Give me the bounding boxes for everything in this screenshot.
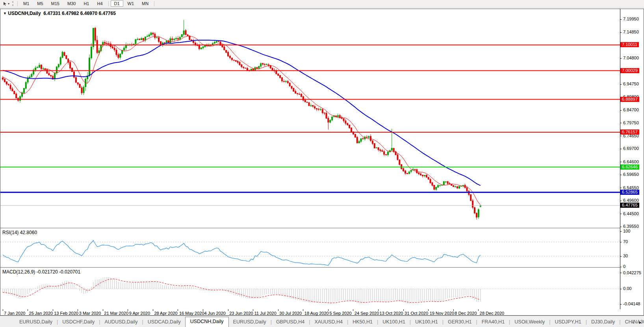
candle-body	[46, 70, 48, 73]
candle-body	[243, 67, 244, 68]
timeframe-button-w1[interactable]: W1	[124, 0, 138, 7]
candle-body	[124, 48, 125, 50]
scroll-right-icon[interactable]: ►	[638, 320, 642, 325]
date-axis[interactable]: 7 Jan 202025 Jan 202013 Feb 20203 Mar 20…	[0, 309, 620, 316]
candle-body	[458, 187, 460, 188]
date-label: 28 Dec 2020	[480, 311, 504, 316]
date-tick	[103, 309, 103, 311]
candle-body	[73, 72, 74, 77]
candle-body	[316, 109, 317, 109]
candle-body	[322, 109, 323, 113]
chart-tab-usdcad-daily[interactable]: USDCAD,Daily	[143, 318, 185, 327]
chart-tab-usoil-weekly[interactable]: USOil,Weekly	[510, 318, 549, 327]
candle-body	[282, 78, 283, 81]
candle-body	[445, 182, 446, 182]
candle-body	[349, 125, 350, 128]
candle-body	[48, 74, 50, 75]
chart-tab-fra40-h1[interactable]: FRA40,H1	[477, 318, 509, 327]
timeframe-button-m5[interactable]: M5	[33, 0, 46, 7]
candle-body	[125, 45, 126, 48]
axis-tick	[620, 289, 622, 289]
price-axis[interactable]: 7.199507.148507.048006.947506.898006.847…	[620, 9, 644, 309]
axis-tick	[620, 242, 622, 242]
candle-body	[451, 184, 452, 186]
timeframe-button-m15[interactable]: M15	[48, 0, 63, 7]
candle-body	[447, 181, 448, 183]
main-chart-canvas[interactable]	[0, 9, 620, 228]
chart-tab-xauusd-h4[interactable]: XAUUSD,H4	[310, 318, 347, 327]
macd-panel-canvas[interactable]	[0, 268, 620, 309]
candle-body	[420, 174, 421, 175]
ohlc-close: 6.47765	[99, 11, 116, 16]
candle-body	[443, 181, 444, 185]
candle-body	[56, 67, 57, 73]
timeframe-button-h4[interactable]: H4	[93, 0, 106, 7]
chart-tab-eurusd-daily[interactable]: EURUSD,Daily	[229, 318, 271, 327]
candle-body	[366, 137, 367, 137]
rsi-panel-canvas[interactable]	[0, 228, 620, 268]
timeframe-button-d1[interactable]: D1	[111, 0, 123, 7]
candle-body	[332, 117, 333, 120]
candle-body	[299, 94, 300, 94]
timeframe-toolbar: ▾ M1M5M15M30H1H4D1W1MN	[0, 0, 644, 7]
chart-tab-uk100-h1[interactable]: UK100,H1	[411, 318, 442, 327]
date-label: 9 Apr 2020	[129, 311, 150, 316]
candle-body	[237, 61, 238, 62]
chart-tab-usdchf-daily[interactable]: USDCHF,Daily	[58, 318, 99, 327]
chart-tab-hk50-h1[interactable]: HK50,H1	[348, 318, 377, 327]
tab-scroll-buttons: ◄ ►	[631, 320, 642, 325]
candle-body	[154, 34, 156, 38]
candle-body	[156, 37, 158, 38]
timeframe-button-mn[interactable]: MN	[138, 0, 152, 7]
collapse-icon[interactable]: ▼	[3, 11, 7, 15]
candle-body	[141, 39, 142, 40]
date-tick	[403, 309, 404, 311]
price-tick-label: 6.64600	[623, 159, 639, 164]
candle-body	[462, 185, 464, 186]
scroll-left-icon[interactable]: ◄	[631, 320, 635, 325]
chart-tab-uk100-h1[interactable]: UK100,H1	[378, 318, 410, 327]
candle-body	[72, 68, 73, 72]
date-label: 24 Sep 2020	[354, 311, 379, 316]
candle-body	[16, 94, 17, 98]
candle-body	[81, 88, 82, 93]
date-tick	[328, 309, 328, 311]
candle-body	[256, 68, 258, 68]
toolbar-divider	[154, 1, 154, 6]
candle-body	[384, 151, 385, 154]
axis-tick	[620, 188, 622, 188]
price-tick-label: 0	[623, 264, 625, 269]
toolbar-divider	[108, 1, 109, 6]
candle-body	[401, 164, 402, 169]
candle-body	[83, 87, 84, 93]
chart-tab-ger30-h1[interactable]: GER30,H1	[444, 318, 476, 327]
timeframe-button-m1[interactable]: M1	[20, 0, 33, 7]
axis-tick	[620, 175, 622, 175]
candle-body	[438, 185, 439, 187]
candle-body	[368, 137, 369, 137]
candle-body	[148, 35, 150, 37]
chart-tab-gbpusd-h4[interactable]: GBPUSD,H4	[272, 318, 309, 327]
chart-tab-usdcnh-daily[interactable]: USDCNH,Daily	[185, 317, 229, 327]
chart-tab-audusd-daily[interactable]: AUDUSD,Daily	[100, 318, 142, 327]
candle-body	[43, 68, 44, 69]
chart-tab-eurusd-daily[interactable]: EURUSD,Daily	[15, 318, 57, 327]
price-tick-label: 7.14850	[623, 30, 639, 34]
axis-tick	[620, 231, 622, 232]
chart-tab-usdjpy-h1[interactable]: USDJPY,H1	[550, 318, 585, 327]
price-tick-label: 6.44500	[623, 211, 639, 216]
axis-tick	[620, 110, 622, 111]
candle-body	[343, 118, 344, 121]
chart-tab-dj30-daily[interactable]: DJ30,Daily	[587, 318, 619, 327]
price-tick-label: 70	[623, 239, 628, 244]
cursor-tool-button[interactable]: ▾	[2, 1, 11, 6]
timeframe-button-h1[interactable]: H1	[80, 0, 93, 7]
candle-body	[20, 96, 21, 100]
price-level-label: 6.76157	[620, 129, 639, 135]
date-tick	[28, 309, 28, 311]
candle-body	[351, 128, 352, 132]
candle-body	[280, 76, 281, 78]
price-tick-label: 30	[623, 253, 628, 258]
timeframe-button-m30[interactable]: M30	[64, 0, 79, 7]
toolbar-grip[interactable]	[12, 1, 13, 6]
